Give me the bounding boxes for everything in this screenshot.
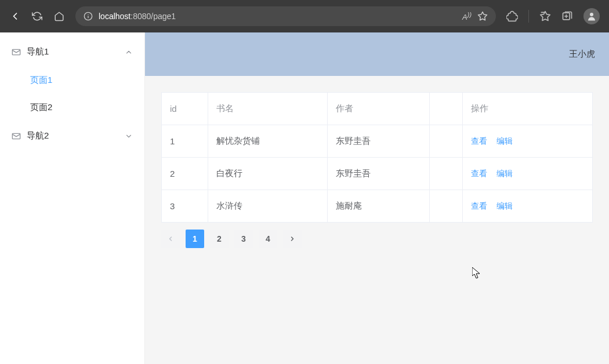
col-id: id <box>162 93 208 125</box>
nav-item-page1[interactable]: 页面1 <box>0 67 144 94</box>
chevron-up-icon <box>125 48 133 56</box>
sidebar: 导航1 页面1 页面2 导航2 <box>0 32 145 364</box>
cell-actions: 查看 编辑 <box>463 158 593 190</box>
view-link[interactable]: 查看 <box>471 136 487 145</box>
pagination: 1234 <box>161 230 593 248</box>
cell-author: 东野圭吾 <box>328 125 430 158</box>
cell-author: 东野圭吾 <box>328 158 430 190</box>
refresh-button[interactable] <box>31 10 43 22</box>
cell-id: 2 <box>162 158 208 190</box>
col-actions: 操作 <box>463 93 593 125</box>
info-icon <box>84 12 93 21</box>
home-button[interactable] <box>53 10 65 22</box>
address-bar[interactable]: localhost:8080/page1 A)) <box>75 6 496 26</box>
page-next[interactable] <box>283 230 302 248</box>
edit-link[interactable]: 编辑 <box>496 169 513 178</box>
cell-blank <box>429 125 462 158</box>
content: id 书名 作者 操作 1 解忧杂货铺 东野圭吾 查看 编辑 2 白夜行 东野圭… <box>145 76 609 264</box>
page-4[interactable]: 4 <box>259 230 277 248</box>
envelope-icon <box>12 132 21 141</box>
view-link[interactable]: 查看 <box>471 169 487 178</box>
page-1[interactable]: 1 <box>186 230 204 248</box>
table-row: 2 白夜行 东野圭吾 查看 编辑 <box>162 158 593 190</box>
header-bar: 王小虎 <box>145 32 609 76</box>
cell-title: 解忧杂货铺 <box>208 125 328 158</box>
cell-actions: 查看 编辑 <box>463 190 593 223</box>
page-prev[interactable] <box>161 230 180 248</box>
username-display[interactable]: 王小虎 <box>569 49 595 60</box>
cell-blank <box>429 158 462 190</box>
nav-item-page2[interactable]: 页面2 <box>0 94 144 121</box>
data-table: id 书名 作者 操作 1 解忧杂货铺 东野圭吾 查看 编辑 2 白夜行 东野圭… <box>161 92 593 223</box>
view-link[interactable]: 查看 <box>471 201 487 210</box>
url-text: localhost:8080/page1 <box>99 12 456 21</box>
read-aloud-icon[interactable]: A)) <box>462 11 472 21</box>
favorite-icon[interactable] <box>477 11 488 21</box>
page-3[interactable]: 3 <box>234 230 253 248</box>
svg-point-2 <box>590 13 593 16</box>
edit-link[interactable]: 编辑 <box>496 201 513 210</box>
envelope-icon <box>12 48 21 57</box>
nav-group-1[interactable]: 导航1 <box>0 37 144 67</box>
app-container: 导航1 页面1 页面2 导航2 王小虎 id 书名 作者 操作 <box>0 32 609 364</box>
nav-group-2-label: 导航2 <box>27 130 125 141</box>
profile-avatar[interactable] <box>583 8 600 24</box>
extensions-icon[interactable] <box>506 10 518 22</box>
cell-id: 1 <box>162 125 208 158</box>
favorites-list-icon[interactable] <box>539 10 551 22</box>
table-row: 1 解忧杂货铺 东野圭吾 查看 编辑 <box>162 125 593 158</box>
cell-title: 白夜行 <box>208 158 328 190</box>
main-area: 王小虎 id 书名 作者 操作 1 解忧杂货铺 东野圭吾 查看 编辑 <box>145 32 609 364</box>
cell-author: 施耐庵 <box>328 190 430 223</box>
cell-title: 水浒传 <box>208 190 328 223</box>
col-title: 书名 <box>208 93 328 125</box>
back-button[interactable] <box>9 10 21 22</box>
collections-icon[interactable] <box>561 10 573 22</box>
page-2[interactable]: 2 <box>210 230 229 248</box>
col-blank <box>429 93 462 125</box>
col-author: 作者 <box>328 93 430 125</box>
table-row: 3 水浒传 施耐庵 查看 编辑 <box>162 190 593 223</box>
cell-blank <box>429 190 462 223</box>
chevron-down-icon <box>125 132 133 140</box>
nav-group-1-label: 导航1 <box>27 46 125 57</box>
edit-link[interactable]: 编辑 <box>496 136 513 145</box>
browser-chrome: localhost:8080/page1 A)) <box>0 0 609 32</box>
cell-actions: 查看 编辑 <box>463 125 593 158</box>
nav-group-2[interactable]: 导航2 <box>0 121 144 151</box>
cell-id: 3 <box>162 190 208 223</box>
